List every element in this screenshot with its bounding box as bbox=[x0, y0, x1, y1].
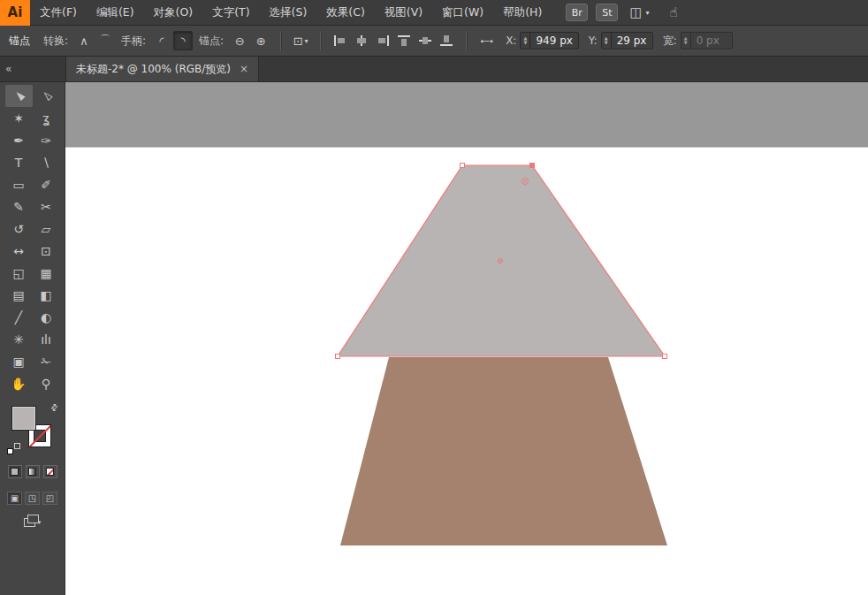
remove-anchor-button[interactable]: ⊖ bbox=[230, 31, 249, 50]
convert-to-corner-button[interactable]: ∧ bbox=[74, 31, 94, 50]
gradient-mode-button[interactable] bbox=[26, 465, 40, 478]
color-mode-button[interactable] bbox=[8, 465, 22, 478]
menubar-right-cluster: Br St ◫ ▾ ☝ bbox=[566, 4, 677, 21]
free-transform-tool[interactable]: ⊡ bbox=[33, 240, 60, 262]
curvature-tool[interactable]: ✑ bbox=[33, 129, 60, 151]
stock-button[interactable]: St bbox=[596, 4, 618, 21]
y-value[interactable]: 29 px bbox=[612, 33, 652, 49]
bridge-button[interactable]: Br bbox=[566, 4, 588, 21]
menu-file[interactable]: 文件(F) bbox=[30, 0, 87, 25]
shape-builder-tool[interactable]: ◱ bbox=[5, 262, 33, 284]
align-left-button[interactable] bbox=[331, 31, 350, 50]
y-input[interactable]: ▲▼ 29 px bbox=[601, 32, 653, 50]
direct-selection-tool[interactable]: ▻ bbox=[33, 85, 60, 107]
lasso-tool[interactable]: ʓ bbox=[33, 107, 60, 129]
slice-tool[interactable]: ✁ bbox=[33, 350, 60, 372]
pencil-tool[interactable]: ✎ bbox=[5, 195, 33, 217]
selection-tool[interactable]: ► bbox=[5, 85, 33, 107]
transform-box-icon: ⊡ bbox=[293, 34, 303, 48]
gradient-tool[interactable]: ◧ bbox=[33, 284, 60, 306]
column-graph-tool-icon: ılı bbox=[41, 333, 51, 346]
selection-tool-icon: ► bbox=[11, 88, 27, 104]
rotate-tool[interactable]: ↺ bbox=[5, 217, 33, 240]
align-left-icon bbox=[333, 34, 347, 47]
align-bottom-button[interactable] bbox=[437, 31, 456, 50]
x-spinner[interactable]: ▲▼ bbox=[521, 33, 530, 49]
x-input[interactable]: ▲▼ 949 px bbox=[520, 32, 578, 50]
anchor-point[interactable] bbox=[461, 164, 465, 168]
tab-close-icon[interactable]: × bbox=[240, 63, 248, 75]
menu-object[interactable]: 对象(O) bbox=[144, 0, 203, 25]
direct-selection-tool-icon: ▻ bbox=[38, 88, 54, 104]
shape-center-marker-dot bbox=[499, 260, 501, 262]
perspective-grid-tool[interactable]: ▦ bbox=[33, 262, 60, 284]
default-colors-icon[interactable] bbox=[7, 443, 20, 454]
align-horizontal-center-icon bbox=[354, 34, 369, 47]
align-vertical-center-button[interactable] bbox=[415, 31, 435, 50]
width-input: ▲▼ 0 px bbox=[681, 32, 733, 50]
mesh-tool[interactable]: ▤ bbox=[5, 284, 33, 306]
distribute-horizontal-icon[interactable]: ∙─∙ bbox=[476, 31, 496, 50]
app-logo[interactable]: Ai bbox=[0, 0, 30, 26]
zoom-tool[interactable]: ⚲ bbox=[33, 372, 60, 394]
anchor-point-selected[interactable] bbox=[530, 164, 535, 168]
align-right-button[interactable] bbox=[373, 31, 392, 50]
anchor-point[interactable] bbox=[663, 355, 667, 359]
align-horizontal-center-button[interactable] bbox=[352, 31, 371, 50]
paintbrush-tool-icon: ✐ bbox=[41, 179, 51, 191]
swap-colors-icon[interactable]: ⇄ bbox=[48, 401, 60, 414]
canvas-area[interactable] bbox=[65, 82, 868, 595]
none-mode-button[interactable] bbox=[43, 465, 57, 478]
transform-menu-button[interactable]: ⊡ ▾ bbox=[291, 31, 310, 50]
menu-effect[interactable]: 效果(C) bbox=[316, 0, 374, 25]
collapse-panel-icon[interactable]: « bbox=[5, 63, 11, 75]
menu-type[interactable]: 文字(T) bbox=[202, 0, 259, 25]
document-tab-bar: « 未标题-2* @ 100% (RGB/预览) × bbox=[0, 57, 868, 82]
y-label: Y: bbox=[589, 34, 598, 47]
artboard-tool[interactable]: ▣ bbox=[5, 350, 33, 372]
gradient-mode-icon bbox=[28, 468, 36, 476]
align-top-button[interactable] bbox=[394, 31, 414, 50]
pen-tool[interactable]: ✒ bbox=[5, 129, 33, 151]
symbol-sprayer-tool[interactable]: ✳ bbox=[5, 328, 33, 350]
touch-workspace-icon[interactable]: ☝ bbox=[670, 4, 678, 20]
menu-edit[interactable]: 编辑(E) bbox=[87, 0, 144, 25]
magic-wand-tool-icon: ✶ bbox=[13, 112, 24, 125]
draw-normal-button[interactable]: ▣ bbox=[7, 492, 22, 505]
y-spinner[interactable]: ▲▼ bbox=[602, 33, 612, 49]
scale-tool-icon: ▱ bbox=[42, 223, 51, 235]
fill-color-swatch[interactable] bbox=[12, 407, 35, 430]
menu-select[interactable]: 选择(S) bbox=[260, 0, 317, 25]
eyedropper-tool[interactable]: ╱ bbox=[5, 306, 33, 328]
convert-to-smooth-button[interactable]: ⌒ bbox=[95, 31, 115, 50]
hide-handles-button[interactable]: ◝ bbox=[173, 31, 193, 50]
menu-view[interactable]: 视图(V) bbox=[375, 0, 432, 25]
screen-mode-icon bbox=[24, 518, 35, 527]
control-bar-title: 锚点 bbox=[9, 34, 30, 49]
show-handles-button[interactable]: ◜ bbox=[152, 31, 171, 50]
draw-behind-button[interactable]: ◳ bbox=[25, 492, 40, 505]
hand-tool[interactable]: ✋ bbox=[5, 372, 33, 394]
zoom-tool-icon: ⚲ bbox=[42, 378, 50, 390]
screen-mode-button[interactable]: ▾ bbox=[24, 518, 42, 527]
line-segment-tool[interactable]: ∖ bbox=[33, 151, 60, 173]
x-label: X: bbox=[506, 34, 516, 47]
x-value[interactable]: 949 px bbox=[530, 33, 577, 49]
scissors-tool[interactable]: ✂ bbox=[33, 195, 60, 217]
menu-help[interactable]: 帮助(H) bbox=[493, 0, 552, 25]
rectangle-tool[interactable]: ▭ bbox=[5, 173, 33, 195]
column-graph-tool[interactable]: ılı bbox=[33, 328, 60, 350]
workspace-switcher[interactable]: ◫ ▾ bbox=[626, 6, 652, 19]
document-tab[interactable]: 未标题-2* @ 100% (RGB/预览) × bbox=[65, 57, 259, 81]
connect-anchors-button[interactable]: ⊕ bbox=[251, 31, 270, 50]
width-tool[interactable]: ↔ bbox=[5, 240, 33, 262]
draw-inside-button[interactable]: ◰ bbox=[42, 492, 57, 505]
type-tool[interactable]: T bbox=[5, 151, 33, 173]
scale-tool[interactable]: ▱ bbox=[33, 217, 60, 240]
magic-wand-tool[interactable]: ✶ bbox=[5, 107, 33, 129]
paintbrush-tool[interactable]: ✐ bbox=[33, 173, 60, 195]
anchor-point[interactable] bbox=[336, 355, 340, 359]
blend-tool[interactable]: ◐ bbox=[33, 306, 60, 328]
menu-window[interactable]: 窗口(W) bbox=[432, 0, 493, 25]
canvas-svg[interactable] bbox=[65, 82, 868, 595]
